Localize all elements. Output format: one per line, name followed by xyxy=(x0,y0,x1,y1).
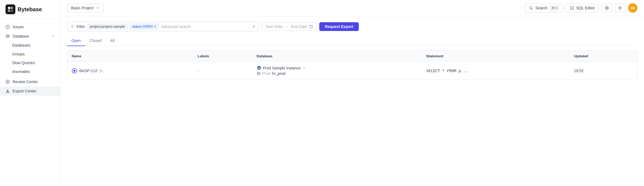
issue-desc: [h... xyxy=(99,69,106,73)
sidebar-item-database-label: Database xyxy=(13,34,48,38)
filter-placeholder: Advanced search xyxy=(161,24,250,29)
instance-name: Prod Sample Instance xyxy=(263,66,301,70)
issue-name-cell: BASP-112 [h... xyxy=(72,68,189,74)
review-center-icon xyxy=(5,80,10,84)
search-shortcut: ⌘ K xyxy=(550,6,559,10)
logo: Bytebase xyxy=(0,0,60,19)
svg-point-9 xyxy=(7,81,9,83)
svg-point-7 xyxy=(6,35,9,36)
sidebar-item-database[interactable]: Database xyxy=(0,32,60,41)
db-schema: Prod hr_prod xyxy=(257,71,418,76)
issues-table: Name Labels Database Statement Updated xyxy=(67,50,637,80)
start-date-label: Start Date xyxy=(265,24,283,29)
record-icon xyxy=(605,6,609,10)
settings-icon xyxy=(618,6,622,10)
filter-project-tag: project:project-sample xyxy=(87,24,127,29)
issue-id: BASP-112 xyxy=(79,69,97,73)
col-labels: Labels xyxy=(193,51,252,62)
filter-bar: Filter project:project-sample status:OPE… xyxy=(67,22,637,31)
search-label: Search xyxy=(535,6,547,10)
col-name: Name xyxy=(67,51,193,62)
filter-input[interactable]: Filter project:project-sample status:OPE… xyxy=(67,22,259,31)
project-selector[interactable]: Basic Project xyxy=(67,4,104,12)
sidebar-navigation: Issues Database Databases Groups Slo xyxy=(0,19,60,186)
search-button[interactable]: Search ⌘ K xyxy=(525,4,563,13)
header-left: Basic Project xyxy=(67,4,104,12)
avatar[interactable]: DE xyxy=(628,3,637,13)
svg-rect-1 xyxy=(11,7,13,9)
sidebar-item-slow-queries-label: Slow Queries xyxy=(12,61,35,65)
logo-icon xyxy=(5,4,15,14)
database-chevron-icon xyxy=(51,34,55,38)
header: Basic Project Search ⌘ K xyxy=(60,0,644,16)
svg-rect-2 xyxy=(8,10,10,12)
svg-point-16 xyxy=(620,7,621,9)
main-content: Basic Project Search ⌘ K xyxy=(60,0,644,186)
svg-rect-12 xyxy=(570,7,574,9)
schema-label: Prod xyxy=(262,71,271,76)
logo-text: Bytebase xyxy=(18,6,42,13)
svg-point-6 xyxy=(7,27,8,28)
database-cell: Pg Prod Sample Instance xyxy=(257,66,418,76)
table-row[interactable]: BASP-112 [h... - Pg xyxy=(67,62,637,80)
sidebar-item-anomalies-label: Anomalies xyxy=(12,69,30,74)
settings-button[interactable] xyxy=(615,4,625,12)
filter-clear-button[interactable]: ✕ xyxy=(252,24,256,29)
sidebar-item-databases[interactable]: Databases xyxy=(0,41,60,50)
header-right: Search ⌘ K SQL Editor xyxy=(525,3,637,13)
sidebar: Bytebase Issues Database xyxy=(0,0,60,186)
project-selector-chevron-icon xyxy=(96,6,100,10)
filter-label: Filter xyxy=(77,24,85,29)
sidebar-item-issues[interactable]: Issues xyxy=(0,22,60,32)
svg-point-8 xyxy=(6,80,10,84)
date-range-picker[interactable]: Start Date → End Date xyxy=(262,22,317,31)
sidebar-item-export-center[interactable]: Export Center xyxy=(0,86,60,96)
svg-text:Pg: Pg xyxy=(257,67,260,69)
sidebar-item-issues-label: Issues xyxy=(13,25,24,29)
tabs: Open Closed All xyxy=(67,36,637,46)
sql-editor-button[interactable]: SQL Editor xyxy=(566,4,599,12)
project-selector-label: Basic Project xyxy=(71,6,94,10)
avatar-initials: DE xyxy=(630,6,635,10)
svg-point-15 xyxy=(606,7,608,9)
svg-rect-3 xyxy=(11,10,13,12)
issues-icon xyxy=(5,25,10,29)
svg-rect-17 xyxy=(310,25,313,28)
issue-open-icon xyxy=(72,68,77,74)
postgres-icon: Pg xyxy=(257,66,261,70)
statement-cell: SELECT * FROM p... xyxy=(426,69,468,73)
chevron-right-icon xyxy=(303,66,306,70)
calendar-icon xyxy=(309,25,313,29)
record-button[interactable] xyxy=(602,4,612,12)
sidebar-item-anomalies[interactable]: Anomalies xyxy=(0,67,60,76)
filter-icon xyxy=(71,25,74,29)
export-center-icon xyxy=(5,89,10,93)
sql-editor-icon xyxy=(570,6,574,10)
sidebar-item-databases-label: Databases xyxy=(12,43,30,47)
col-database: Database xyxy=(252,51,422,62)
database-icon xyxy=(5,34,10,38)
sidebar-item-slow-queries[interactable]: Slow Queries xyxy=(0,58,60,67)
schema-icon xyxy=(257,72,261,76)
request-export-button[interactable]: Request Export xyxy=(319,22,359,31)
tab-open[interactable]: Open xyxy=(67,36,85,46)
content-area: Filter project:project-sample status:OPE… xyxy=(60,16,644,186)
sidebar-item-groups[interactable]: Groups xyxy=(0,50,60,58)
svg-point-25 xyxy=(257,72,260,73)
sidebar-item-groups-label: Groups xyxy=(12,52,25,56)
filter-status-tag[interactable]: status:OPEN ✕ xyxy=(130,24,159,29)
labels-cell: - xyxy=(193,62,252,80)
tab-all[interactable]: All xyxy=(106,36,119,46)
sidebar-item-export-center-label: Export Center xyxy=(13,89,36,93)
sidebar-item-review-center[interactable]: Review Center xyxy=(0,77,60,86)
filter-status-close[interactable]: ✕ xyxy=(154,25,156,29)
tab-closed[interactable]: Closed xyxy=(85,36,106,46)
sql-editor-label: SQL Editor xyxy=(576,6,595,10)
end-date-label: End Date xyxy=(291,24,307,29)
schema-name: hr_prod xyxy=(272,71,285,76)
svg-point-22 xyxy=(74,70,75,72)
sidebar-item-review-center-label: Review Center xyxy=(13,80,38,84)
col-updated: Updated xyxy=(570,51,637,62)
svg-line-11 xyxy=(532,9,533,10)
db-instance: Pg Prod Sample Instance xyxy=(257,66,418,70)
